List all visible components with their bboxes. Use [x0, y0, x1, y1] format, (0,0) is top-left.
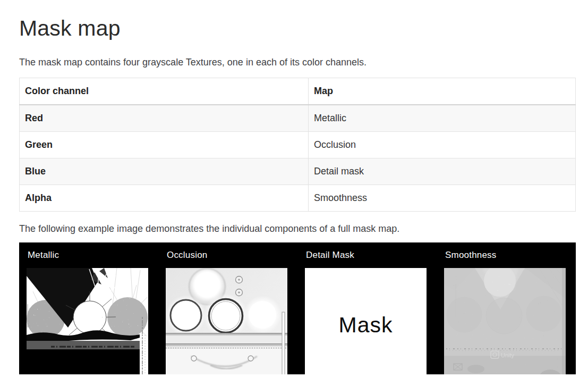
table-row: Alpha Smoothness: [20, 185, 576, 212]
table-row: Red Metallic: [20, 105, 576, 132]
map-cell: Detail mask: [309, 158, 576, 185]
metallic-texture-image: [27, 268, 148, 374]
table-row: Green Occlusion: [20, 132, 576, 158]
figure-panel-metallic: Metallic: [27, 242, 148, 374]
panel-label-detail-mask: Detail Mask: [306, 250, 427, 261]
header-color-channel: Color channel: [20, 78, 309, 105]
header-map: Map: [309, 78, 576, 105]
doc-page: Mask map The mask map contains four gray…: [0, 0, 588, 377]
figure-panel-occlusion: Occlusion: [166, 242, 287, 374]
channel-map-table: Color channel Map Red Metallic Green Occ…: [19, 78, 576, 212]
panel-label-smoothness: Smoothness: [445, 250, 566, 261]
watermark-text: Unity: [501, 352, 515, 358]
map-cell: Smoothness: [309, 185, 576, 212]
intro-paragraph: The mask map contains four grayscale Tex…: [19, 55, 576, 70]
table-header-row: Color channel Map: [20, 78, 576, 105]
smoothness-texture-image: Unity: [444, 268, 566, 374]
channel-cell: Blue: [20, 158, 309, 185]
channel-cell: Green: [20, 132, 309, 158]
map-cell: Occlusion: [309, 132, 576, 158]
figure-panel-smoothness: Smoothness: [444, 242, 566, 374]
table-row: Blue Detail mask: [20, 158, 576, 185]
page-title: Mask map: [19, 16, 576, 40]
example-caption: The following example image demonstrates…: [19, 222, 576, 236]
figure-panel-detail-mask: Detail Mask Mask: [305, 242, 427, 374]
channel-cell: Alpha: [20, 185, 309, 212]
occlusion-texture-image: [166, 268, 287, 374]
mask-map-example-figure: Metallic: [19, 242, 576, 374]
panel-label-occlusion: Occlusion: [167, 250, 287, 261]
panel-label-metallic: Metallic: [28, 250, 148, 261]
channel-cell: Red: [20, 105, 309, 132]
map-cell: Metallic: [309, 105, 576, 132]
detail-mask-texture-image: Mask: [305, 268, 427, 374]
detail-mask-text: Mask: [305, 313, 427, 338]
